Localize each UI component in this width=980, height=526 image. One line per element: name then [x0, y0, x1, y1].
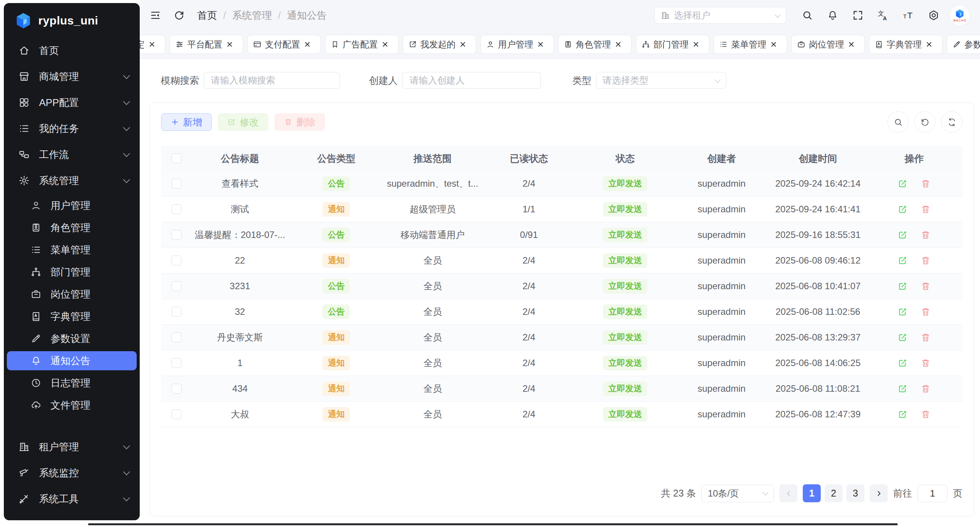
row-delete-icon[interactable]: [921, 256, 931, 265]
table-refresh-button[interactable]: [941, 111, 962, 133]
tab-close-icon[interactable]: [847, 40, 856, 49]
prev-page-button[interactable]: [779, 484, 797, 502]
tab-close-icon[interactable]: [536, 40, 545, 49]
row-checkbox[interactable]: [172, 409, 181, 419]
tab-close-icon[interactable]: [769, 40, 778, 49]
row-delete-icon[interactable]: [921, 358, 931, 368]
search-icon[interactable]: [802, 10, 813, 21]
tab-dept-mgmt[interactable]: 部门管理: [636, 35, 709, 54]
tab-user-mgmt[interactable]: 用户管理: [480, 35, 554, 54]
sidebar-item-app-config[interactable]: APP配置: [7, 92, 137, 113]
page-button-1[interactable]: 1: [803, 484, 821, 502]
row-edit-icon[interactable]: [898, 307, 908, 317]
row-edit-icon[interactable]: [898, 281, 908, 291]
row-delete-icon[interactable]: [921, 281, 931, 291]
tab-close-icon[interactable]: [225, 40, 234, 49]
row-checkbox[interactable]: [172, 384, 181, 394]
tenant-select[interactable]: 选择租户: [654, 7, 786, 24]
add-button[interactable]: 新增: [161, 113, 212, 131]
select-all-checkbox[interactable]: [172, 153, 181, 163]
breadcrumb-system-mgmt[interactable]: 系统管理: [217, 9, 272, 22]
row-edit-icon[interactable]: [898, 256, 908, 265]
collapse-sidebar-icon[interactable]: [150, 10, 161, 21]
tab-close-icon[interactable]: [148, 40, 156, 49]
row-checkbox[interactable]: [172, 230, 181, 240]
row-edit-icon[interactable]: [898, 332, 908, 342]
page-button-3[interactable]: 3: [846, 484, 864, 502]
row-delete-icon[interactable]: [921, 332, 931, 342]
row-checkbox[interactable]: [172, 204, 181, 214]
tab-post-mgmt[interactable]: 岗位管理: [791, 35, 865, 54]
window-bottom-scrollbar[interactable]: [88, 523, 898, 525]
font-size-icon[interactable]: TT: [903, 10, 914, 21]
row-edit-icon[interactable]: [898, 204, 908, 214]
sidebar-item-role-mgmt[interactable]: 角色管理: [7, 218, 137, 237]
translate-icon[interactable]: 文A: [877, 10, 889, 21]
settings-gear-icon[interactable]: [928, 10, 939, 21]
sidebar-item-log-mgmt[interactable]: 日志管理: [7, 373, 137, 392]
fuzzy-search-input[interactable]: [204, 72, 340, 89]
tab-binding[interactable]: 绑定: [140, 35, 165, 54]
fullscreen-icon[interactable]: [852, 10, 864, 21]
tab-dict-mgmt[interactable]: 字典管理: [869, 35, 942, 54]
sidebar-item-dict-mgmt[interactable]: 字典管理: [7, 307, 137, 326]
sidebar-item-system-monitor[interactable]: 系统监控: [7, 462, 137, 484]
row-delete-icon[interactable]: [921, 409, 931, 419]
row-delete-icon[interactable]: [921, 179, 931, 189]
row-checkbox[interactable]: [172, 307, 181, 317]
table-search-button[interactable]: [887, 111, 909, 133]
row-delete-icon[interactable]: [921, 204, 931, 214]
row-checkbox[interactable]: [172, 281, 181, 291]
tab-close-icon[interactable]: [614, 40, 622, 49]
sidebar-item-user-mgmt[interactable]: 用户管理: [7, 196, 137, 215]
sidebar-item-dept-mgmt[interactable]: 部门管理: [7, 262, 137, 282]
sidebar-item-tenant-mgmt[interactable]: 租户管理: [7, 436, 137, 458]
row-edit-icon[interactable]: [898, 179, 908, 189]
tab-close-icon[interactable]: [692, 40, 700, 49]
row-edit-icon[interactable]: [898, 384, 908, 394]
breadcrumb-notice[interactable]: 通知公告: [272, 9, 327, 22]
sidebar-item-my-tasks[interactable]: 我的任务: [7, 118, 137, 139]
table-reset-button[interactable]: [914, 111, 936, 133]
page-button-2[interactable]: 2: [825, 484, 843, 502]
creator-input[interactable]: [402, 72, 541, 89]
tab-ad-config[interactable]: 广告配置: [325, 35, 399, 54]
row-edit-icon[interactable]: [898, 358, 908, 368]
user-avatar[interactable]: 若依工作室: [949, 5, 970, 26]
tab-menu-mgmt[interactable]: 菜单管理: [714, 35, 787, 54]
row-delete-icon[interactable]: [921, 307, 931, 317]
row-edit-icon[interactable]: [898, 230, 908, 240]
sidebar-item-param-settings[interactable]: 参数设置: [7, 329, 137, 348]
type-select[interactable]: 请选择类型: [596, 72, 726, 89]
sidebar-item-system-mgmt[interactable]: 系统管理: [7, 170, 137, 191]
row-checkbox[interactable]: [172, 179, 181, 189]
tab-my-initiated[interactable]: 我发起的: [403, 35, 476, 54]
tab-close-icon[interactable]: [459, 40, 467, 49]
delete-button[interactable]: 删除: [274, 113, 325, 131]
tab-close-icon[interactable]: [303, 40, 312, 49]
row-checkbox[interactable]: [172, 358, 181, 368]
tab-platform-config[interactable]: 平台配置: [170, 35, 243, 54]
row-edit-icon[interactable]: [898, 409, 908, 419]
edit-button[interactable]: 修改: [218, 113, 268, 131]
sidebar-item-post-mgmt[interactable]: 岗位管理: [7, 285, 137, 304]
row-delete-icon[interactable]: [921, 384, 931, 394]
sidebar-item-home[interactable]: 首页: [7, 40, 137, 61]
tab-pay-config[interactable]: 支付配置: [247, 35, 321, 54]
sidebar-item-mall-mgmt[interactable]: 商城管理: [7, 66, 137, 87]
tab-role-mgmt[interactable]: 角色管理: [558, 35, 632, 54]
row-checkbox[interactable]: [172, 256, 181, 265]
notification-bell-icon[interactable]: [827, 10, 838, 21]
tab-close-icon[interactable]: [925, 40, 933, 49]
sidebar-item-notice[interactable]: 通知公告: [7, 351, 137, 370]
next-page-button[interactable]: [870, 484, 888, 502]
breadcrumb-home[interactable]: 首页: [197, 9, 217, 22]
goto-page-input[interactable]: [918, 485, 947, 502]
row-delete-icon[interactable]: [921, 230, 931, 240]
tab-param-settings[interactable]: 参数设置: [947, 35, 980, 54]
sidebar-item-workflow[interactable]: 工作流: [7, 144, 137, 165]
page-size-select[interactable]: 10条/页: [701, 485, 774, 502]
sidebar-item-menu-mgmt[interactable]: 菜单管理: [7, 240, 137, 259]
tab-close-icon[interactable]: [381, 40, 389, 49]
sidebar-item-file-mgmt[interactable]: 文件管理: [7, 396, 137, 415]
